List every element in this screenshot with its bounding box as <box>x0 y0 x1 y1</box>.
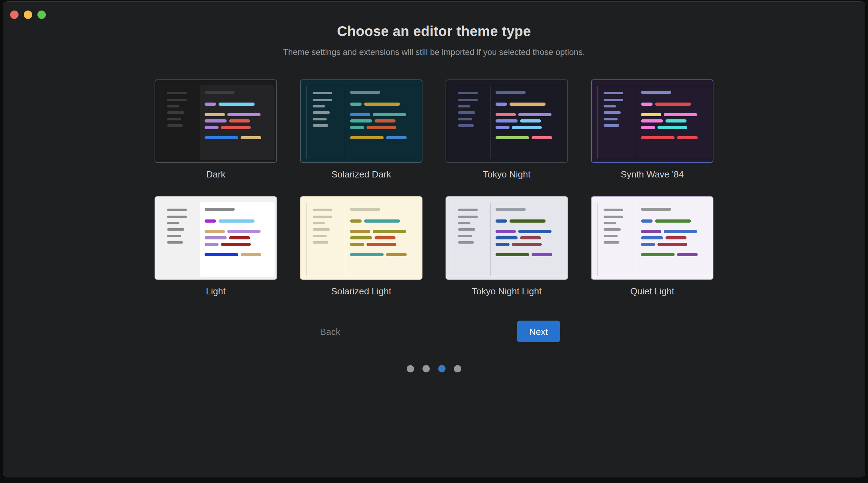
tree-item-line <box>458 222 470 224</box>
code-line <box>205 236 227 239</box>
code-line <box>350 113 370 116</box>
statusbar-divider <box>301 276 422 276</box>
next-button[interactable]: Next <box>517 321 560 342</box>
statusbar-divider <box>446 276 567 276</box>
code-line <box>664 113 697 116</box>
minimize-button[interactable] <box>24 10 32 19</box>
pagination-dot-1[interactable] <box>407 365 414 372</box>
activitybar-divider <box>597 203 598 276</box>
code-line <box>375 236 396 239</box>
code-heading-line <box>350 91 380 94</box>
code-line <box>205 113 225 116</box>
code-line <box>227 113 261 116</box>
tree-item-line <box>458 209 478 211</box>
theme-preview <box>446 79 568 163</box>
tree-item-line <box>604 241 619 244</box>
code-line <box>386 253 407 256</box>
code-line <box>510 219 546 223</box>
tree-item-line <box>313 99 332 101</box>
theme-card-quiet-light[interactable]: Quiet Light <box>591 196 713 296</box>
theme-card-tokyo-night-light[interactable]: Tokyo Night Light <box>446 196 568 296</box>
code-line <box>221 243 251 246</box>
code-line <box>518 230 552 233</box>
titlebar-divider <box>446 203 567 203</box>
code-line <box>641 243 655 246</box>
activitybar-divider <box>597 86 598 159</box>
code-line <box>350 230 370 233</box>
code-line <box>350 103 362 106</box>
tree-item-line <box>313 228 330 231</box>
tree-item-line <box>167 92 187 94</box>
code-line <box>205 230 225 233</box>
theme-card-synth-wave-84[interactable]: Synth Wave '84 <box>591 79 713 180</box>
theme-preview <box>446 196 568 280</box>
theme-card-tokyo-night[interactable]: Tokyo Night <box>446 79 568 180</box>
tree-item-line <box>167 111 184 114</box>
titlebar-divider <box>592 203 713 203</box>
code-line <box>375 119 396 122</box>
code-heading-line <box>641 208 671 211</box>
tree-item-line <box>458 118 472 120</box>
code-line <box>205 136 238 139</box>
code-line <box>512 126 542 129</box>
code-line <box>350 236 372 239</box>
tree-item-line <box>167 105 179 107</box>
tree-item-line <box>604 105 616 107</box>
code-line <box>641 230 661 233</box>
zoom-button[interactable] <box>37 10 46 19</box>
tree-item-line <box>167 228 184 231</box>
code-line <box>655 219 691 223</box>
code-line <box>641 126 655 129</box>
code-line <box>657 243 687 246</box>
code-line <box>367 243 396 246</box>
code-line <box>219 103 255 106</box>
code-line <box>496 103 507 106</box>
code-line <box>205 103 216 106</box>
theme-card-light[interactable]: Light <box>155 196 277 296</box>
theme-card-solarized-dark[interactable]: Solarized Dark <box>300 79 422 180</box>
pagination-dot-4[interactable] <box>454 365 461 372</box>
pagination-dot-3[interactable] <box>438 365 446 372</box>
pagination-dot-2[interactable] <box>422 365 430 372</box>
code-heading-line <box>350 208 380 211</box>
code-line <box>205 219 216 223</box>
tree-item-line <box>458 124 474 127</box>
theme-label: Solarized Light <box>300 286 422 296</box>
code-line <box>373 230 406 233</box>
code-line <box>350 253 384 256</box>
code-line <box>666 119 686 122</box>
code-line <box>350 136 384 139</box>
code-line <box>496 126 510 129</box>
theme-label: Solarized Dark <box>300 169 422 180</box>
tree-item-line <box>167 235 181 237</box>
titlebar-divider <box>446 86 567 86</box>
theme-card-dark[interactable]: Dark <box>155 79 277 180</box>
sidebar-divider <box>490 86 491 159</box>
tree-item-line <box>458 105 470 107</box>
theme-label: Synth Wave '84 <box>591 169 713 180</box>
code-line <box>364 103 400 106</box>
code-line <box>229 236 250 239</box>
code-line <box>657 126 687 129</box>
code-heading-line <box>205 91 235 94</box>
code-line <box>496 119 518 122</box>
tree-item-line <box>313 209 332 211</box>
tree-item-line <box>313 105 325 107</box>
code-line <box>350 219 362 223</box>
theme-card-solarized-light[interactable]: Solarized Light <box>300 196 422 296</box>
code-line <box>664 230 697 233</box>
theme-preview <box>591 79 713 163</box>
code-line <box>219 219 255 223</box>
code-line <box>641 136 675 139</box>
code-heading-line <box>496 91 526 94</box>
pagination-dots <box>3 365 865 372</box>
code-line <box>364 219 400 223</box>
theme-preview <box>300 196 422 280</box>
code-line <box>641 113 661 116</box>
code-line <box>496 253 529 256</box>
code-line <box>496 136 529 139</box>
close-button[interactable] <box>10 10 19 19</box>
tree-item-line <box>604 111 621 114</box>
titlebar-divider <box>301 203 422 203</box>
back-button[interactable]: Back <box>320 327 340 337</box>
